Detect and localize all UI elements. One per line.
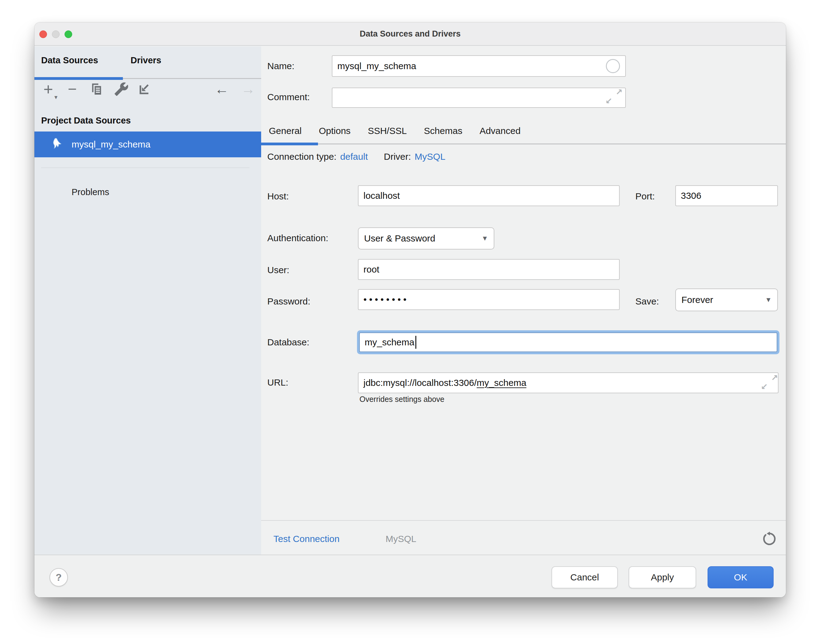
test-connection-link[interactable]: Test Connection: [273, 533, 339, 545]
back-button[interactable]: ←: [213, 80, 231, 98]
text-cursor: [415, 336, 416, 349]
sidebar-divider: [41, 167, 250, 168]
database-value: my_schema: [365, 337, 414, 348]
comment-label: Comment:: [267, 91, 310, 103]
port-input[interactable]: 3306: [675, 185, 778, 206]
revert-button[interactable]: [761, 531, 777, 547]
connection-type-label: Connection type:: [267, 150, 336, 163]
import-data-sources-button[interactable]: [135, 80, 154, 98]
remove-data-source-button[interactable]: −: [63, 80, 81, 98]
revert-icon: [761, 531, 777, 547]
url-database-part: my_schema: [477, 377, 527, 388]
database-input[interactable]: my_schema: [359, 333, 777, 352]
driver-link[interactable]: MySQL: [415, 150, 446, 163]
tab-general[interactable]: General: [269, 124, 302, 138]
database-label: Database:: [267, 336, 310, 348]
help-button[interactable]: ?: [49, 568, 68, 587]
authentication-dropdown[interactable]: User & Password ▼: [358, 227, 494, 250]
tab-data-sources[interactable]: Data Sources: [41, 48, 98, 72]
titlebar: Data Sources and Drivers: [34, 22, 786, 46]
sidebar: Data Sources Drivers + ▾ −: [34, 46, 261, 555]
name-input[interactable]: mysql_my_schema: [332, 55, 626, 77]
save-dropdown[interactable]: Forever ▼: [675, 288, 778, 311]
import-arrow-icon: [137, 82, 152, 97]
connection-type-row: Connection type: default Driver: MySQL: [267, 150, 446, 163]
password-value: ••••••••: [363, 294, 409, 305]
forward-button[interactable]: →: [239, 80, 257, 98]
host-value: localhost: [363, 190, 400, 201]
apply-button[interactable]: Apply: [628, 566, 696, 589]
save-label: Save:: [635, 295, 659, 308]
copy-icon: [89, 82, 104, 97]
data-source-item-mysql[interactable]: mysql_my_schema: [34, 132, 261, 157]
tab-drivers[interactable]: Drivers: [130, 48, 161, 72]
connection-type-link[interactable]: default: [340, 150, 368, 163]
project-data-sources-header: Project Data Sources: [41, 114, 131, 127]
name-label: Name:: [267, 60, 294, 72]
data-source-label: mysql_my_schema: [72, 139, 150, 150]
driver-label: Driver:: [384, 150, 411, 163]
port-label: Port:: [635, 190, 655, 202]
driver-name-text: MySQL: [386, 533, 416, 545]
sidebar-tab-underline-active: [34, 77, 123, 80]
tab-underline-track: [261, 144, 786, 144]
dropdown-arrow-icon: ▼: [481, 235, 488, 242]
expand-icon[interactable]: ↗ ↙: [761, 374, 778, 391]
window-title: Data Sources and Drivers: [34, 22, 786, 46]
problems-item[interactable]: Problems: [72, 186, 109, 198]
password-input[interactable]: ••••••••: [358, 289, 620, 310]
tab-schemas[interactable]: Schemas: [424, 124, 462, 138]
dropdown-arrow-icon: ▼: [765, 296, 772, 304]
duplicate-data-source-button[interactable]: [87, 80, 106, 98]
port-value: 3306: [681, 190, 701, 201]
tab-advanced[interactable]: Advanced: [480, 124, 520, 138]
bottom-bar-divider: [261, 520, 786, 521]
desktop-background: Data Sources and Drivers Data Sources Dr…: [0, 0, 820, 644]
settings-tabs: General Options SSH/SSL Schemas Advanced: [269, 124, 520, 138]
data-sources-and-drivers-dialog: Data Sources and Drivers Data Sources Dr…: [34, 22, 786, 597]
ok-button[interactable]: OK: [708, 566, 774, 589]
help-icon: ?: [55, 572, 62, 583]
url-input[interactable]: jdbc:mysql://localhost:3306/my_schema: [358, 373, 779, 393]
user-label: User:: [267, 264, 290, 276]
loading-indicator-circle: [606, 59, 620, 73]
plus-icon: +: [43, 80, 53, 98]
add-data-source-button[interactable]: + ▾: [39, 80, 57, 98]
name-value: mysql_my_schema: [337, 61, 416, 71]
wrench-icon: [114, 82, 129, 97]
tab-underline-active: [261, 143, 318, 145]
tab-ssh-ssl[interactable]: SSH/SSL: [368, 124, 407, 138]
url-label: URL:: [267, 376, 288, 389]
user-value: root: [363, 264, 379, 275]
mysql-dolphin-icon: [52, 137, 66, 152]
url-hint: Overrides settings above: [359, 395, 444, 404]
add-dropdown-caret-icon: ▾: [54, 94, 57, 100]
cancel-button[interactable]: Cancel: [552, 566, 618, 589]
host-label: Host:: [267, 190, 289, 202]
authentication-value: User & Password: [364, 233, 435, 244]
host-input[interactable]: localhost: [358, 185, 620, 206]
comment-input[interactable]: [332, 87, 626, 108]
expand-icon[interactable]: ↗ ↙: [605, 88, 622, 106]
driver-properties-button[interactable]: [112, 80, 130, 98]
user-input[interactable]: root: [358, 259, 620, 280]
save-value: Forever: [681, 294, 713, 305]
authentication-label: Authentication:: [267, 232, 328, 244]
url-prefix: jdbc:mysql://localhost:3306/: [363, 377, 477, 388]
tab-options[interactable]: Options: [319, 124, 351, 138]
password-label: Password:: [267, 295, 310, 308]
